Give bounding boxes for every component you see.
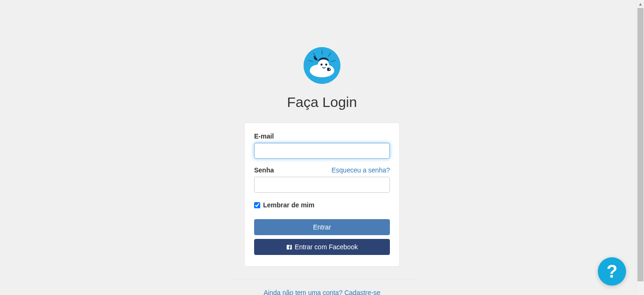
remember-label: Lembrar de mim xyxy=(263,201,314,209)
password-input[interactable] xyxy=(254,177,390,193)
email-label: E-mail xyxy=(254,132,274,140)
svg-point-12 xyxy=(329,69,330,70)
cloud-avatar-icon xyxy=(304,47,340,84)
facebook-login-button[interactable]: Entrar com Facebook xyxy=(254,239,390,255)
page-title: Faça Login xyxy=(287,94,357,110)
forgot-password-link[interactable]: Esqueceu a senha? xyxy=(331,166,390,174)
brand-logo xyxy=(304,47,340,84)
scrollbar-thumb[interactable] xyxy=(637,8,644,281)
submit-button[interactable]: Entrar xyxy=(254,219,390,235)
facebook-icon xyxy=(286,244,292,250)
scrollbar[interactable]: ▲ xyxy=(636,0,644,295)
svg-point-10 xyxy=(321,64,322,66)
question-mark-icon: ? xyxy=(606,262,617,282)
scroll-up-arrow-icon[interactable]: ▲ xyxy=(636,0,644,8)
remember-checkbox[interactable] xyxy=(254,202,260,208)
login-card: E-mail Senha Esqueceu a senha? Lembrar d… xyxy=(244,123,400,267)
signup-link[interactable]: Ainda não tem uma conta? Cadastre-se xyxy=(264,289,380,295)
email-input[interactable] xyxy=(254,143,390,159)
password-label: Senha xyxy=(254,166,274,174)
help-button[interactable]: ? xyxy=(598,257,626,286)
divider xyxy=(230,279,414,279)
svg-point-11 xyxy=(325,64,327,66)
